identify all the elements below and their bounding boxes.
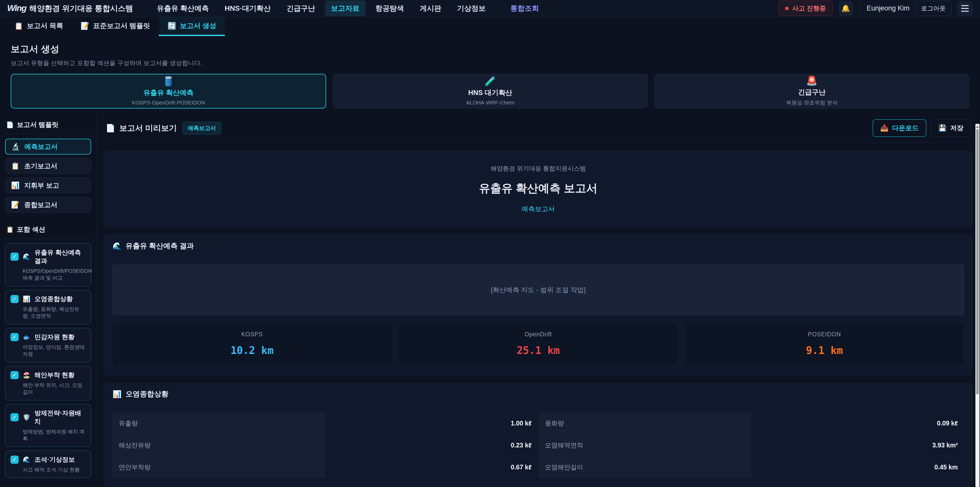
page-subtitle: 보고서 유형을 선택하고 포함할 섹션을 구성하여 보고서를 생성합니다. xyxy=(11,59,969,67)
sidebar-item-comprehensive-report[interactable]: 📝 종합보고서 xyxy=(5,197,91,213)
top-bar-right: 사고 진행중 🔔 Eunjeong Kim 로그아웃 xyxy=(778,1,973,16)
content-layout: 📄 보고서 템플릿 🔬 예측보고서 📋 초기보고서 📊 지휘부 보고 📝 종합보… xyxy=(0,113,980,484)
report-type-subtitle: ALOHA·WRF-Chem xyxy=(466,100,514,106)
page-title: 보고서 생성 xyxy=(11,43,969,56)
section-title: 오염종합상황 xyxy=(35,295,73,303)
section-toggle-pollution-status[interactable]: ✓ 📊 오염종합상황 유출량, 풍화량, 해상잔유량, 오염면적 xyxy=(5,290,91,324)
document-icon: 📄 xyxy=(6,121,14,128)
report-cover: 해양환경 위기대응 통합지원시스템 유출유 확산예측 보고서 예측보고서 xyxy=(104,151,972,227)
section-desc: 방제방법, 방제자원 배치 계획 xyxy=(23,428,85,442)
incident-status-badge: 사고 진행중 xyxy=(778,1,833,16)
tab-label: 표준보고서 템플릿 xyxy=(93,21,150,30)
checkbox-checked[interactable]: ✓ xyxy=(11,371,19,379)
section-title: 방제전략·자원배치 xyxy=(35,409,86,426)
report-type-subtitle: 복원성·좌초위험 분석 xyxy=(786,99,838,106)
bar-chart-icon: 📊 xyxy=(11,181,20,190)
cell-value: 0.09 kℓ xyxy=(751,412,964,434)
cell-value: 0.45 km xyxy=(751,457,964,478)
section-toggle-sensitive-resources[interactable]: ✓ 🐟 민감자원 현황 어장정보, 양식업, 환경생태 자원 xyxy=(5,328,91,362)
template-label: 지휘부 보고 xyxy=(24,181,59,190)
section-toggle-spread-result[interactable]: ✓ 🌊 유출유 확산예측 결과 KOSPS/OpenDrift/POSEIDON… xyxy=(5,243,91,286)
memo-icon: 📝 xyxy=(80,22,89,30)
sidebar-item-initial-report[interactable]: 📋 초기보고서 xyxy=(5,158,91,174)
section-toggle-response-strategy[interactable]: ✓ 🛡️ 방제전략·자원배치 방제방법, 방제자원 배치 계획 xyxy=(5,404,91,447)
floppy-disk-icon: 💾 xyxy=(939,124,947,132)
prediction-map-placeholder: [확산예측 지도 - 범위 조절 작업] xyxy=(112,264,964,315)
tab-standard-templates[interactable]: 📝 표준보고서 템플릿 xyxy=(72,17,159,36)
nav-reports[interactable]: 보고자료 xyxy=(325,0,366,16)
metric-label: KOSPS xyxy=(115,331,389,338)
nav-emergency-rescue[interactable]: 긴급구난 xyxy=(280,0,321,16)
clipboard-icon: 📋 xyxy=(14,22,23,30)
sidebar-item-command-report[interactable]: 📊 지휘부 보고 xyxy=(5,177,91,193)
nav-aerial-search[interactable]: 항공탐색 xyxy=(369,0,410,16)
logo-mark: Wing xyxy=(7,3,26,13)
checkbox-checked[interactable]: ✓ xyxy=(11,333,19,341)
logout-button[interactable]: 로그아웃 xyxy=(915,1,951,16)
report-type-rescue[interactable]: 🚨 긴급구난 복원성·좌초위험 분석 xyxy=(654,74,969,109)
sidebar: 📄 보고서 템플릿 🔬 예측보고서 📋 초기보고서 📊 지휘부 보고 📝 종합보… xyxy=(0,113,97,484)
template-label: 초기보고서 xyxy=(24,162,57,171)
app-title: 해양환경 위기대응 통합시스템 xyxy=(29,3,133,14)
cell-label: 오염해역면적 xyxy=(538,434,751,457)
siren-icon: 🚨 xyxy=(806,76,818,85)
refresh-icon: 🔄 xyxy=(167,22,177,30)
sections-header: 📋 포함 섹션 xyxy=(5,223,91,239)
bell-icon: 🔔 xyxy=(841,4,850,13)
checkbox-checked[interactable]: ✓ xyxy=(11,252,19,261)
user-name: Eunjeong Kim xyxy=(867,4,910,12)
page-head: 보고서 생성 보고서 유형을 선택하고 포함할 섹션을 구성하여 보고서를 생성… xyxy=(0,36,980,69)
report-preview: 해양환경 위기대응 통합지원시스템 유출유 확산예측 보고서 예측보고서 🌊 유… xyxy=(104,143,972,487)
sidebar-item-forecast-report[interactable]: 🔬 예측보고서 xyxy=(5,139,91,155)
metric-kosps: KOSPS 10.2 km xyxy=(112,322,392,366)
scroll-up-arrow-icon[interactable] xyxy=(976,125,979,128)
app-logo: Wing 해양환경 위기대응 통합시스템 xyxy=(7,3,133,14)
report-tabs: 📋 보고서 목록 📝 표준보고서 템플릿 🔄 보고서 생성 xyxy=(0,17,980,36)
tab-label: 보고서 목록 xyxy=(27,21,63,30)
report-title: 유출유 확산예측 보고서 xyxy=(115,181,962,196)
report-type-oil-spill[interactable]: 🛢️ 유출유 확산예측 KOSPS·OpenDrift·POSEIDON xyxy=(11,74,326,109)
pollution-table: 유출량 1.00 kℓ 풍화량 0.09 kℓ 해상잔유량 0.23 kℓ 오염… xyxy=(112,412,964,478)
section-toggle-shoreline-attachment[interactable]: ✓ 🏖️ 해안부착 현황 해안 부착 위치, 시간, 오염 길이 xyxy=(5,366,91,401)
nav-weather-info[interactable]: 기상정보 xyxy=(451,0,492,16)
preview-title: 보고서 미리보기 xyxy=(119,123,177,134)
document-icon: 📄 xyxy=(106,124,115,133)
metric-poseidon: POSEIDON 9.1 km xyxy=(684,322,964,366)
hamburger-menu-button[interactable] xyxy=(957,1,973,16)
section-desc: 어장정보, 양식업, 환경생태 자원 xyxy=(23,344,85,358)
nav-board[interactable]: 게시판 xyxy=(414,0,447,16)
cell-value: 3.93 km² xyxy=(751,434,964,457)
section-toggle-tide-weather[interactable]: ✓ 🌊 조석·기상정보 사고 해역 조석·기상 현황 xyxy=(5,450,91,478)
microscope-icon: 🔬 xyxy=(11,142,20,151)
wave-icon: 🌊 xyxy=(23,456,30,463)
shield-icon: 🛡️ xyxy=(23,414,30,421)
wave-icon: 🌊 xyxy=(113,242,121,250)
model-metrics-row: KOSPS 10.2 km OpenDrift 25.1 km POSEIDON… xyxy=(112,322,964,366)
section-desc: KOSPS/OpenDrift/POSEIDON 예측 결과 및 비교 xyxy=(23,268,85,281)
main-nav: 유출유 확산예측 HNS·대기확산 긴급구난 보고자료 항공탐색 게시판 기상정… xyxy=(151,0,545,16)
table-row: 연안부착량 0.67 kℓ 오염해안길이 0.45 km xyxy=(112,457,964,478)
vertical-scrollbar[interactable] xyxy=(975,124,980,487)
checkbox-checked[interactable]: ✓ xyxy=(11,295,19,303)
nav-oil-spill-prediction[interactable]: 유출유 확산예측 xyxy=(151,0,215,16)
scrollbar-thumb[interactable] xyxy=(976,129,979,394)
checkbox-checked[interactable]: ✓ xyxy=(11,413,19,422)
spread-section-header: 🌊 유출유 확산예측 결과 xyxy=(104,235,972,257)
notifications-button[interactable]: 🔔 xyxy=(838,1,853,16)
download-button[interactable]: 📥 다운로드 xyxy=(873,119,926,137)
nav-hns-dispersion[interactable]: HNS·대기확산 xyxy=(218,0,277,16)
preview-actions: 📥 다운로드 💾 저장 xyxy=(873,119,971,137)
metric-label: POSEIDON xyxy=(687,331,962,338)
metric-value: 9.1 km xyxy=(687,345,962,356)
tab-report-list[interactable]: 📋 보고서 목록 xyxy=(6,17,72,36)
pollution-section-title: 오염종합상황 xyxy=(126,389,169,399)
cell-value: 0.67 kℓ xyxy=(325,457,538,478)
checkbox-checked[interactable]: ✓ xyxy=(11,456,19,464)
save-button[interactable]: 💾 저장 xyxy=(931,119,971,137)
tab-report-generate[interactable]: 🔄 보고서 생성 xyxy=(159,17,225,36)
nav-integrated-search[interactable]: 통합조회 xyxy=(504,0,545,16)
report-type-hns[interactable]: 🧪 HNS 대기확산 ALOHA·WRF-Chem xyxy=(333,74,648,109)
report-type-title: 긴급구난 xyxy=(798,88,826,97)
cell-label: 오염해안길이 xyxy=(538,457,751,478)
metric-label: OpenDrift xyxy=(401,331,675,338)
